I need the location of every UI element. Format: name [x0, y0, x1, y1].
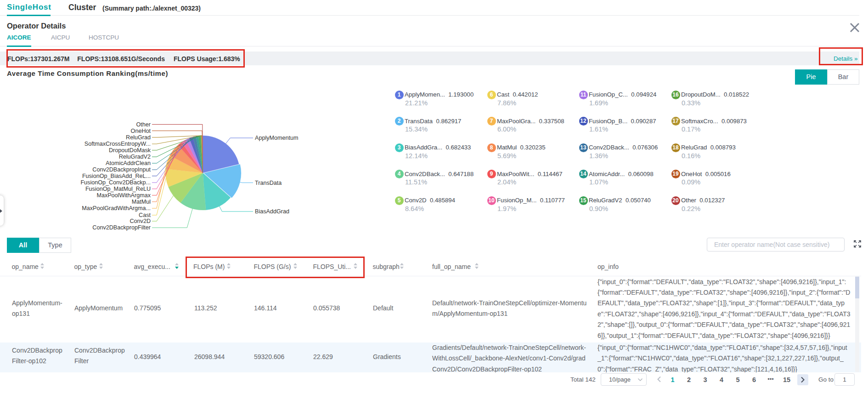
svg-text:AtomicAddrClean: AtomicAddrClean: [106, 160, 151, 166]
svg-text:FusionOp_MatMul_ReLU: FusionOp_MatMul_ReLU: [85, 186, 151, 192]
svg-text:FusionOp_Conv2DBackp...: FusionOp_Conv2DBackp...: [80, 179, 151, 186]
svg-text:ApplyMomentum: ApplyMomentum: [255, 135, 299, 141]
svg-text:MatMul: MatMul: [132, 199, 151, 205]
svg-text:Conv2DBackpropInput: Conv2DBackpropInput: [92, 166, 151, 173]
svg-text:Conv2DBackpropFilter: Conv2DBackpropFilter: [92, 224, 151, 231]
svg-text:DropoutDoMask: DropoutDoMask: [109, 147, 151, 154]
svg-text:SoftmaxCrossEntropyW...: SoftmaxCrossEntropyW...: [85, 141, 151, 147]
svg-text:Conv2D: Conv2D: [130, 218, 151, 224]
svg-text:Cast: Cast: [139, 212, 151, 218]
svg-text:BiasAddGrad: BiasAddGrad: [255, 208, 289, 215]
svg-text:FusionOp_BiasAdd_ReL...: FusionOp_BiasAdd_ReL...: [82, 173, 151, 179]
svg-text:ReluGradV2: ReluGradV2: [119, 154, 151, 160]
svg-text:Other: Other: [136, 121, 151, 128]
svg-text:ReluGrad: ReluGrad: [126, 134, 151, 141]
svg-text:MaxPoolGradWithArgma...: MaxPoolGradWithArgma...: [82, 205, 151, 211]
svg-text:TransData: TransData: [255, 180, 282, 186]
svg-text:OneHot: OneHot: [131, 128, 151, 134]
svg-text:MaxPoolWithArgmax: MaxPoolWithArgmax: [96, 192, 151, 199]
